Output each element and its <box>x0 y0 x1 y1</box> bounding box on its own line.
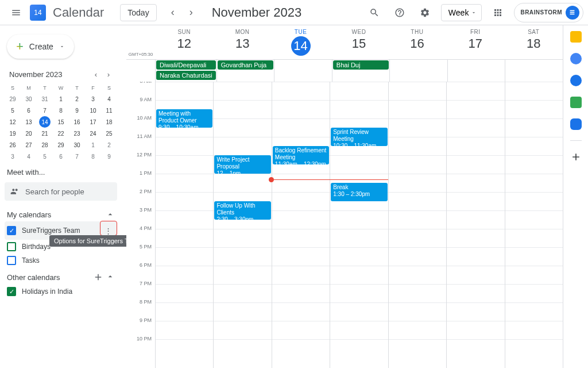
calendar-checkbox[interactable] <box>7 242 16 251</box>
mini-day[interactable]: 25 <box>101 128 117 139</box>
day-header[interactable]: MON13 <box>213 25 271 59</box>
mini-day[interactable]: 24 <box>85 128 101 139</box>
mini-day[interactable]: 22 <box>53 128 69 139</box>
mini-day[interactable]: 9 <box>101 151 117 162</box>
mini-day[interactable]: 23 <box>69 128 85 139</box>
day-column[interactable] <box>505 82 563 368</box>
mini-next-month[interactable]: › <box>102 68 115 80</box>
main-menu-button[interactable] <box>5 1 28 24</box>
day-header[interactable]: FRI17 <box>446 25 504 59</box>
maps-icon[interactable] <box>570 97 582 108</box>
get-addons-icon[interactable] <box>570 151 582 163</box>
prev-week-button[interactable]: ‹ <box>164 3 182 22</box>
keep-icon[interactable] <box>570 31 582 43</box>
mini-day[interactable]: 28 <box>37 139 53 151</box>
mini-day[interactable]: 9 <box>69 105 85 116</box>
day-column[interactable]: Write Project Proposal12 – 1pmFollow Up … <box>213 82 271 368</box>
day-column[interactable] <box>388 82 446 368</box>
mini-day[interactable]: 13 <box>21 116 37 128</box>
mini-day[interactable]: 1 <box>85 139 101 151</box>
next-week-button[interactable]: › <box>182 3 200 22</box>
search-people-input[interactable]: Search for people <box>5 182 117 201</box>
allday-event[interactable]: Govardhan Puja <box>218 60 274 70</box>
mini-day[interactable]: 4 <box>101 93 117 105</box>
mini-day[interactable]: 11 <box>101 105 117 116</box>
calendar-event[interactable]: Sprint Review Meeting10:30 – 11:30am <box>331 128 387 146</box>
chevron-up-icon[interactable] <box>106 210 115 219</box>
calendar-event[interactable]: Write Project Proposal12 – 1pm <box>214 155 270 174</box>
account-pill[interactable]: BRAINSTORM ☰ <box>514 3 583 22</box>
mini-day[interactable]: 27 <box>21 139 37 151</box>
allday-cell[interactable]: Bhai Duj <box>332 60 390 82</box>
mini-day[interactable]: 31 <box>37 93 53 105</box>
today-button[interactable]: Today <box>120 4 156 21</box>
mini-day[interactable]: 8 <box>53 105 69 116</box>
mini-day[interactable]: 16 <box>69 116 85 128</box>
allday-cell[interactable] <box>447 60 505 82</box>
mini-day[interactable]: 26 <box>5 139 21 151</box>
mini-day[interactable]: 3 <box>85 93 101 105</box>
calendar-event[interactable]: Break1:30 – 2:30pm <box>331 183 387 201</box>
mini-day[interactable]: 30 <box>21 93 37 105</box>
mini-day[interactable]: 6 <box>21 105 37 116</box>
mini-day[interactable]: 3 <box>5 151 21 162</box>
day-column[interactable]: Backlog Refinement Meeting11:30am – 12:3… <box>272 82 330 368</box>
mini-day[interactable]: 14 <box>37 116 53 128</box>
mini-day[interactable]: 2 <box>69 93 85 105</box>
mini-day[interactable]: 7 <box>69 151 85 162</box>
calendar-checkbox[interactable] <box>7 256 16 265</box>
mini-day[interactable]: 5 <box>37 151 53 162</box>
allday-event[interactable]: Bhai Duj <box>333 60 389 70</box>
add-calendar-icon[interactable] <box>93 272 103 282</box>
chevron-up-icon[interactable] <box>106 272 115 281</box>
day-column[interactable]: Sprint Review Meeting10:30 – 11:30amBrea… <box>330 82 388 368</box>
mini-day[interactable]: 8 <box>85 151 101 162</box>
view-selector[interactable]: Week <box>441 4 482 21</box>
allday-cell[interactable] <box>389 60 447 82</box>
day-column[interactable] <box>446 82 504 368</box>
day-header[interactable]: TUE14 <box>272 25 330 59</box>
day-header[interactable]: SAT18 <box>505 25 563 59</box>
mini-prev-month[interactable]: ‹ <box>90 68 102 80</box>
calendar-event[interactable]: Backlog Refinement Meeting11:30am – 12:3… <box>273 146 329 164</box>
calendar-event[interactable]: Follow Up With Clients2:30 – 3:30pm <box>214 201 270 220</box>
mini-day[interactable]: 6 <box>53 151 69 162</box>
calendar-item[interactable]: Tasks <box>5 254 117 267</box>
mini-day[interactable]: 7 <box>37 105 53 116</box>
calendar-item[interactable]: ✓SureTriggers Team⋮Options for SureTrigg… <box>5 221 117 240</box>
mini-day[interactable]: 29 <box>5 93 21 105</box>
calendar-event[interactable]: Meeting with Product Owner9:30 – 10:30am <box>156 109 212 128</box>
allday-event[interactable]: Naraka Chaturdasi <box>156 71 216 80</box>
support-button[interactable] <box>388 1 411 24</box>
day-header[interactable]: SUN12 <box>155 25 213 59</box>
mini-day[interactable]: 19 <box>5 128 21 139</box>
mini-day[interactable]: 10 <box>85 105 101 116</box>
mini-day[interactable]: 20 <box>21 128 37 139</box>
mini-day[interactable]: 17 <box>85 116 101 128</box>
mini-day[interactable]: 2 <box>101 139 117 151</box>
allday-cell[interactable] <box>505 60 563 82</box>
calendar-checkbox[interactable]: ✓ <box>7 226 16 235</box>
contacts-icon[interactable] <box>570 75 582 86</box>
tasks-icon[interactable] <box>570 53 582 64</box>
addon-icon[interactable] <box>570 118 582 130</box>
mini-day[interactable]: 15 <box>53 116 69 128</box>
allday-event[interactable]: Diwali/Deepavali <box>156 60 216 70</box>
mini-day[interactable]: 30 <box>69 139 85 151</box>
mini-day[interactable]: 18 <box>101 116 117 128</box>
create-button[interactable]: + Create <box>7 34 74 59</box>
mini-day[interactable]: 4 <box>21 151 37 162</box>
mini-day[interactable]: 21 <box>37 128 53 139</box>
day-column[interactable]: Meeting with Product Owner9:30 – 10:30am <box>155 82 213 368</box>
mini-day[interactable]: 12 <box>5 116 21 128</box>
settings-button[interactable] <box>413 1 436 24</box>
allday-cell[interactable]: Diwali/DeepavaliNaraka Chaturdasi <box>155 60 216 82</box>
day-header[interactable]: THU16 <box>388 25 446 59</box>
mini-day[interactable]: 29 <box>53 139 69 151</box>
mini-day[interactable]: 1 <box>53 93 69 105</box>
allday-cell[interactable] <box>274 60 332 82</box>
allday-cell[interactable]: Govardhan Puja <box>216 60 274 82</box>
google-apps-button[interactable] <box>486 1 509 24</box>
search-button[interactable] <box>363 1 386 24</box>
day-header[interactable]: WED15 <box>330 25 388 59</box>
